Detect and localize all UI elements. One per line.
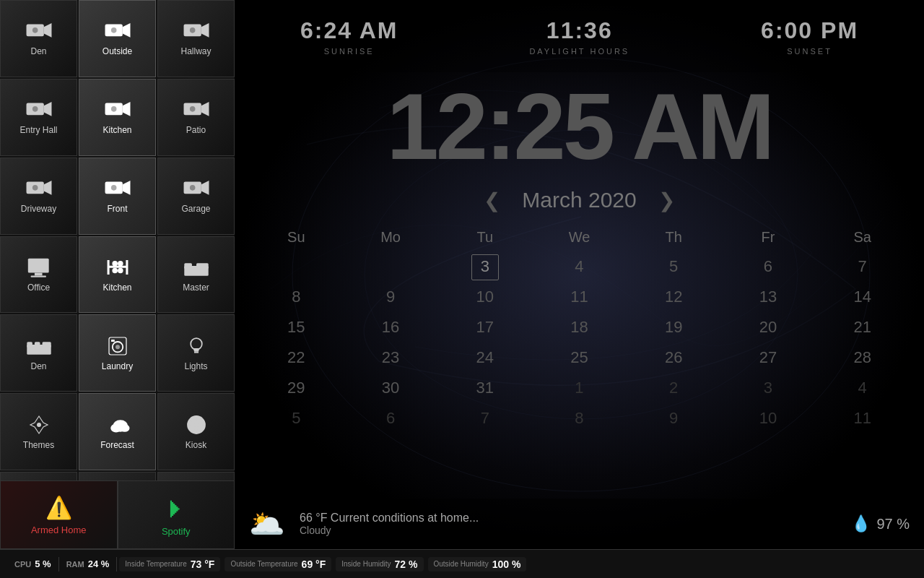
- sunset-value: 6:00 PM: [761, 17, 858, 44]
- cal-day-28[interactable]: 28: [815, 342, 910, 373]
- calendar-next-button[interactable]: ❯: [658, 189, 675, 212]
- svg-marker-25: [201, 181, 209, 195]
- cal-day-apr-3[interactable]: 3: [721, 373, 816, 403]
- cal-day-3[interactable]: 3: [437, 251, 532, 282]
- cal-header-fr: Fr: [721, 223, 816, 251]
- cal-day-apr-10[interactable]: 10: [721, 403, 816, 434]
- cal-header-th: Th: [627, 223, 721, 251]
- spotify-label: Spotify: [162, 526, 191, 537]
- cal-day-15[interactable]: 15: [249, 312, 344, 342]
- sidebar-item-driveway[interactable]: Driveway: [0, 158, 77, 235]
- cal-day-8[interactable]: 8: [249, 282, 344, 312]
- sidebar-item-forecast[interactable]: Forecast: [79, 393, 156, 470]
- cal-day-18[interactable]: 18: [532, 312, 627, 342]
- weather-temp: 66 °F Current conditions at home...: [300, 512, 479, 525]
- spotify-button[interactable]: ⏵ Spotify: [118, 480, 235, 549]
- cal-day-apr-8[interactable]: 8: [532, 403, 627, 434]
- cal-day-9[interactable]: 9: [344, 282, 438, 312]
- armed-home-label: Armed Home: [31, 525, 87, 535]
- cal-day-apr-6[interactable]: 6: [344, 403, 438, 434]
- svg-point-17: [189, 106, 195, 112]
- cal-day-10[interactable]: 10: [437, 282, 532, 312]
- cal-day-apr-4[interactable]: 4: [815, 373, 910, 403]
- sidebar-label-forecast: Forecast: [100, 440, 134, 450]
- cal-day-30[interactable]: 30: [344, 373, 438, 403]
- sidebar-label-themes: Themes: [23, 440, 54, 450]
- cal-day-apr-9[interactable]: 9: [627, 403, 721, 434]
- inside-temp-label: Inside Temperature: [125, 560, 186, 568]
- cal-day-12[interactable]: 12: [627, 282, 721, 312]
- svg-point-47: [37, 423, 41, 427]
- sidebar-item-patio[interactable]: Patio: [157, 79, 235, 156]
- cal-day-13[interactable]: 13: [721, 282, 816, 312]
- sidebar-item-entry-hall[interactable]: Entry Hall: [0, 79, 77, 156]
- cal-day-14[interactable]: 14: [815, 282, 910, 312]
- svg-marker-7: [201, 23, 209, 38]
- sidebar-item-outside[interactable]: Outside: [79, 0, 156, 77]
- cal-day-apr-1[interactable]: 1: [532, 373, 627, 403]
- cal-day-20[interactable]: 20: [721, 312, 816, 342]
- svg-point-20: [32, 185, 38, 191]
- cal-day-6[interactable]: 6: [721, 251, 816, 282]
- sidebar-item-garage[interactable]: Garage: [157, 158, 235, 235]
- sidebar-item-kiosk[interactable]: Kiosk: [157, 393, 235, 470]
- sidebar-label-den-room: Den: [30, 361, 46, 371]
- svg-point-53: [194, 423, 199, 427]
- cal-day-19[interactable]: 19: [627, 312, 721, 342]
- cal-day-16[interactable]: 16: [344, 312, 438, 342]
- sidebar-item-lights[interactable]: Lights: [157, 314, 235, 392]
- cal-day-22[interactable]: 22: [249, 342, 344, 373]
- cal-day-29[interactable]: 29: [249, 373, 344, 403]
- cal-header-we: We: [532, 223, 627, 251]
- sidebar-item-themes[interactable]: Themes: [0, 393, 77, 470]
- calendar: ❮ March 2020 ❯ Su Mo Tu We Th Fr Sa 3 4 …: [235, 188, 924, 434]
- inside-humidity-label: Inside Humidity: [341, 560, 391, 568]
- cal-day-5[interactable]: 5: [627, 251, 721, 282]
- cal-day-apr-11[interactable]: 11: [815, 403, 910, 434]
- ram-stat: RAM 24 %: [59, 558, 117, 569]
- svg-marker-19: [43, 181, 51, 195]
- cal-day-empty-1: [249, 251, 344, 282]
- svg-marker-22: [122, 181, 130, 195]
- svg-rect-46: [194, 352, 199, 353]
- cal-day-7[interactable]: 7: [815, 251, 910, 282]
- cal-day-17[interactable]: 17: [437, 312, 532, 342]
- sidebar-item-master[interactable]: Master: [157, 236, 235, 314]
- cal-day-31[interactable]: 31: [437, 373, 532, 403]
- armed-home-button[interactable]: ⚠️ Armed Home: [0, 480, 118, 549]
- sidebar-item-kitchen-room[interactable]: Kitchen: [79, 236, 156, 314]
- cpu-value: 5 %: [35, 558, 51, 569]
- sidebar-item-front[interactable]: Front: [79, 158, 156, 235]
- sidebar-item-hallway[interactable]: Hallway: [157, 0, 235, 77]
- alert-icon: ⚠️: [45, 495, 72, 520]
- humidity-icon: 💧: [851, 514, 871, 533]
- cal-day-25[interactable]: 25: [532, 342, 627, 373]
- sidebar-label-kiosk: Kiosk: [186, 440, 206, 450]
- cal-day-24[interactable]: 24: [437, 342, 532, 373]
- svg-marker-1: [43, 23, 51, 38]
- sidebar-item-kitchen-cam[interactable]: Kitchen: [79, 79, 156, 156]
- cal-day-27[interactable]: 27: [721, 342, 816, 373]
- cal-day-21[interactable]: 21: [815, 312, 910, 342]
- svg-point-8: [189, 27, 195, 33]
- svg-point-23: [110, 185, 116, 191]
- sidebar-item-laundry[interactable]: Laundry: [79, 314, 156, 392]
- ram-value: 24 %: [88, 558, 110, 569]
- cal-day-apr-5[interactable]: 5: [249, 403, 344, 434]
- svg-point-30: [112, 261, 118, 267]
- sidebar-item-den-room[interactable]: Den: [0, 314, 77, 392]
- cal-day-26[interactable]: 26: [627, 342, 721, 373]
- calendar-prev-button[interactable]: ❮: [484, 189, 500, 212]
- sidebar-item-office[interactable]: Office: [0, 236, 77, 314]
- svg-rect-39: [34, 342, 40, 348]
- cal-day-4[interactable]: 4: [532, 251, 627, 282]
- weather-condition: Cloudy: [300, 525, 479, 536]
- cal-day-apr-7[interactable]: 7: [437, 403, 532, 434]
- cal-header-mo: Mo: [344, 223, 438, 251]
- cal-day-11[interactable]: 11: [532, 282, 627, 312]
- sidebar-item-den[interactable]: Den: [0, 0, 77, 77]
- cal-day-apr-2[interactable]: 2: [627, 373, 721, 403]
- svg-point-26: [189, 185, 195, 191]
- cal-day-23[interactable]: 23: [344, 342, 438, 373]
- svg-rect-38: [27, 342, 32, 348]
